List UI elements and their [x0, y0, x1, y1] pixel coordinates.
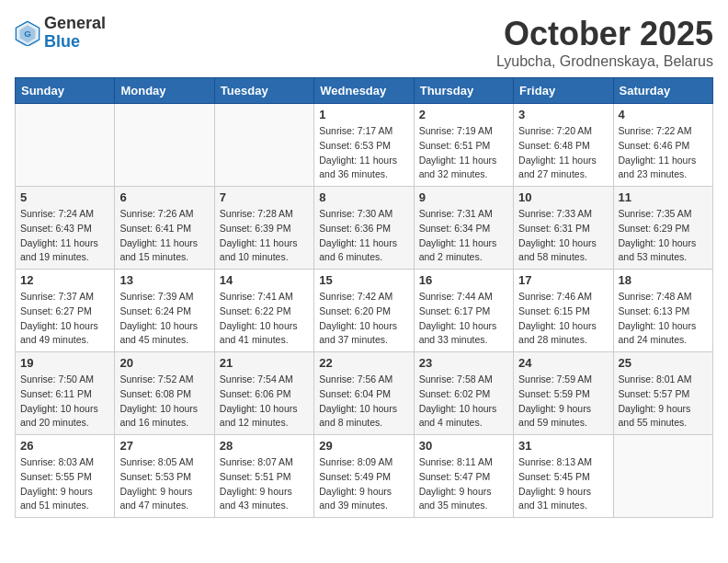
location-subtitle: Lyubcha, Grodnenskaya, Belarus [496, 53, 713, 70]
day-number: 16 [419, 273, 508, 287]
calendar-cell: 29Sunrise: 8:09 AMSunset: 5:49 PMDayligh… [314, 435, 414, 518]
day-info: Sunrise: 7:39 AMSunset: 6:24 PMDaylight:… [119, 290, 209, 348]
calendar-cell: 11Sunrise: 7:35 AMSunset: 6:29 PMDayligh… [613, 187, 712, 270]
header-row: SundayMondayTuesdayWednesdayThursdayFrid… [16, 78, 713, 104]
day-info: Sunrise: 7:59 AMSunset: 5:59 PMDaylight:… [518, 373, 608, 431]
calendar-cell: 3Sunrise: 7:20 AMSunset: 6:48 PMDaylight… [514, 104, 613, 187]
day-info: Sunrise: 7:26 AMSunset: 6:41 PMDaylight:… [119, 207, 209, 265]
day-info: Sunrise: 7:50 AMSunset: 6:11 PMDaylight:… [20, 373, 109, 431]
logo: G General Blue [15, 15, 106, 52]
calendar-week-2: 5Sunrise: 7:24 AMSunset: 6:43 PMDaylight… [16, 187, 713, 270]
day-number: 23 [419, 356, 508, 370]
calendar-cell: 12Sunrise: 7:37 AMSunset: 6:27 PMDayligh… [16, 270, 115, 352]
day-number: 4 [619, 108, 708, 121]
day-info: Sunrise: 8:03 AMSunset: 5:55 PMDaylight:… [20, 455, 109, 513]
calendar-cell: 15Sunrise: 7:42 AMSunset: 6:20 PMDayligh… [314, 270, 414, 352]
calendar-cell: 30Sunrise: 8:11 AMSunset: 5:47 PMDayligh… [414, 435, 513, 518]
calendar-cell: 31Sunrise: 8:13 AMSunset: 5:45 PMDayligh… [514, 435, 613, 518]
col-header-tuesday: Tuesday [214, 78, 313, 104]
day-number: 2 [419, 108, 508, 121]
calendar-cell: 26Sunrise: 8:03 AMSunset: 5:55 PMDayligh… [16, 435, 115, 518]
col-header-friday: Friday [514, 78, 613, 104]
calendar-cell: 20Sunrise: 7:52 AMSunset: 6:08 PMDayligh… [115, 352, 214, 435]
day-info: Sunrise: 7:41 AMSunset: 6:22 PMDaylight:… [220, 290, 309, 348]
day-number: 21 [220, 356, 309, 370]
day-info: Sunrise: 8:01 AMSunset: 5:57 PMDaylight:… [619, 373, 708, 431]
day-number: 1 [319, 108, 408, 121]
day-number: 31 [518, 439, 608, 453]
day-number: 22 [319, 356, 408, 370]
day-number: 11 [619, 190, 708, 204]
col-header-saturday: Saturday [613, 78, 712, 104]
logo-icon: G [15, 20, 40, 46]
day-info: Sunrise: 7:35 AMSunset: 6:29 PMDaylight:… [619, 207, 708, 265]
day-number: 9 [419, 190, 508, 204]
day-info: Sunrise: 7:31 AMSunset: 6:34 PMDaylight:… [419, 207, 508, 265]
day-info: Sunrise: 7:30 AMSunset: 6:36 PMDaylight:… [319, 207, 408, 265]
calendar-cell [613, 435, 712, 518]
day-number: 27 [119, 439, 209, 453]
day-number: 19 [20, 356, 109, 370]
calendar-cell: 28Sunrise: 8:07 AMSunset: 5:51 PMDayligh… [214, 435, 313, 518]
day-number: 8 [319, 190, 408, 204]
calendar-header: SundayMondayTuesdayWednesdayThursdayFrid… [16, 78, 713, 104]
calendar-cell [214, 104, 313, 187]
day-number: 26 [20, 439, 109, 453]
day-info: Sunrise: 7:56 AMSunset: 6:04 PMDaylight:… [319, 373, 408, 431]
calendar-cell: 18Sunrise: 7:48 AMSunset: 6:13 PMDayligh… [613, 270, 712, 352]
calendar-cell: 16Sunrise: 7:44 AMSunset: 6:17 PMDayligh… [414, 270, 513, 352]
calendar-week-5: 26Sunrise: 8:03 AMSunset: 5:55 PMDayligh… [16, 435, 713, 518]
calendar-cell: 22Sunrise: 7:56 AMSunset: 6:04 PMDayligh… [314, 352, 414, 435]
calendar-cell: 8Sunrise: 7:30 AMSunset: 6:36 PMDaylight… [314, 187, 414, 270]
svg-text:G: G [24, 29, 31, 39]
day-info: Sunrise: 7:22 AMSunset: 6:46 PMDaylight:… [619, 124, 708, 182]
calendar-cell: 25Sunrise: 8:01 AMSunset: 5:57 PMDayligh… [613, 352, 712, 435]
title-block: October 2025 Lyubcha, Grodnenskaya, Bela… [496, 15, 713, 70]
calendar-week-1: 1Sunrise: 7:17 AMSunset: 6:53 PMDaylight… [16, 104, 713, 187]
day-info: Sunrise: 8:05 AMSunset: 5:53 PMDaylight:… [119, 455, 209, 513]
calendar-body: 1Sunrise: 7:17 AMSunset: 6:53 PMDaylight… [16, 104, 713, 518]
day-number: 10 [518, 190, 608, 204]
day-info: Sunrise: 7:46 AMSunset: 6:15 PMDaylight:… [518, 290, 608, 348]
day-number: 25 [619, 356, 708, 370]
day-info: Sunrise: 7:48 AMSunset: 6:13 PMDaylight:… [619, 290, 708, 348]
day-info: Sunrise: 8:13 AMSunset: 5:45 PMDaylight:… [518, 455, 608, 513]
calendar-cell: 13Sunrise: 7:39 AMSunset: 6:24 PMDayligh… [115, 270, 214, 352]
calendar-cell: 4Sunrise: 7:22 AMSunset: 6:46 PMDaylight… [613, 104, 712, 187]
day-info: Sunrise: 7:19 AMSunset: 6:51 PMDaylight:… [419, 124, 508, 182]
col-header-wednesday: Wednesday [314, 78, 414, 104]
calendar-cell: 9Sunrise: 7:31 AMSunset: 6:34 PMDaylight… [414, 187, 513, 270]
day-info: Sunrise: 7:24 AMSunset: 6:43 PMDaylight:… [20, 207, 109, 265]
calendar-cell: 27Sunrise: 8:05 AMSunset: 5:53 PMDayligh… [115, 435, 214, 518]
day-number: 12 [20, 273, 109, 287]
calendar-cell: 14Sunrise: 7:41 AMSunset: 6:22 PMDayligh… [214, 270, 313, 352]
day-number: 20 [119, 356, 209, 370]
day-info: Sunrise: 7:17 AMSunset: 6:53 PMDaylight:… [319, 124, 408, 182]
day-number: 15 [319, 273, 408, 287]
calendar-cell: 2Sunrise: 7:19 AMSunset: 6:51 PMDaylight… [414, 104, 513, 187]
day-number: 28 [220, 439, 309, 453]
page-header: G General Blue October 2025 Lyubcha, Gro… [15, 15, 713, 70]
col-header-thursday: Thursday [414, 78, 513, 104]
day-info: Sunrise: 7:42 AMSunset: 6:20 PMDaylight:… [319, 290, 408, 348]
day-info: Sunrise: 7:54 AMSunset: 6:06 PMDaylight:… [220, 373, 309, 431]
calendar-table: SundayMondayTuesdayWednesdayThursdayFrid… [15, 77, 713, 518]
day-number: 3 [518, 108, 608, 121]
day-number: 30 [419, 439, 508, 453]
day-info: Sunrise: 8:11 AMSunset: 5:47 PMDaylight:… [419, 455, 508, 513]
day-info: Sunrise: 8:09 AMSunset: 5:49 PMDaylight:… [319, 455, 408, 513]
day-info: Sunrise: 7:28 AMSunset: 6:39 PMDaylight:… [220, 207, 309, 265]
calendar-cell [16, 104, 115, 187]
calendar-cell [115, 104, 214, 187]
calendar-week-3: 12Sunrise: 7:37 AMSunset: 6:27 PMDayligh… [16, 270, 713, 352]
day-number: 6 [119, 190, 209, 204]
day-info: Sunrise: 7:37 AMSunset: 6:27 PMDaylight:… [20, 290, 109, 348]
col-header-sunday: Sunday [16, 78, 115, 104]
logo-blue-text: Blue [44, 33, 106, 52]
day-info: Sunrise: 7:58 AMSunset: 6:02 PMDaylight:… [419, 373, 508, 431]
day-info: Sunrise: 8:07 AMSunset: 5:51 PMDaylight:… [220, 455, 309, 513]
day-number: 5 [20, 190, 109, 204]
day-number: 24 [518, 356, 608, 370]
calendar-cell: 6Sunrise: 7:26 AMSunset: 6:41 PMDaylight… [115, 187, 214, 270]
calendar-cell: 23Sunrise: 7:58 AMSunset: 6:02 PMDayligh… [414, 352, 513, 435]
